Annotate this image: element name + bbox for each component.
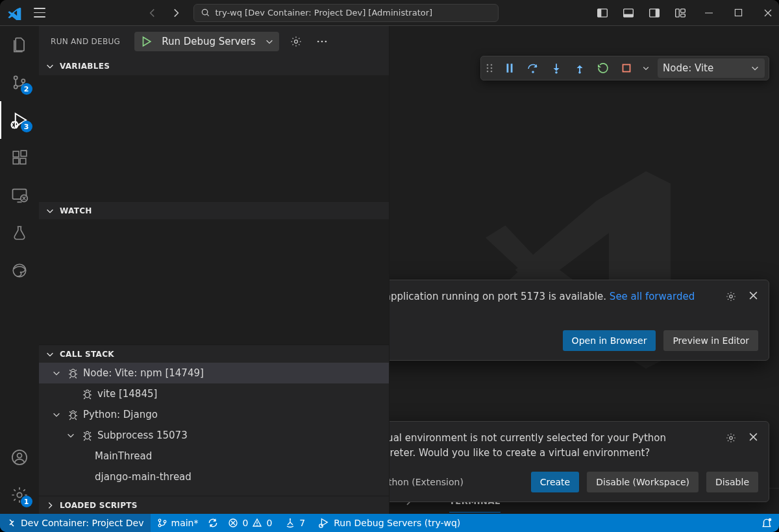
status-notifications-button[interactable] <box>754 514 779 532</box>
svg-point-53 <box>158 519 161 522</box>
status-ports[interactable]: 7 <box>278 514 312 532</box>
notification-close-button[interactable] <box>748 291 758 302</box>
open-launch-json-button[interactable] <box>287 32 305 51</box>
callstack-section-header[interactable]: CALL STACK <box>39 345 389 363</box>
activity-testing[interactable] <box>0 214 39 252</box>
status-debug-session[interactable]: Run Debug Servers (try-wq) <box>312 514 467 532</box>
debug-restart-button[interactable] <box>593 58 613 78</box>
run-and-debug-panel: RUN AND DEBUG Run Debug Servers <box>39 26 390 514</box>
activity-run-debug[interactable]: 3 <box>0 101 39 139</box>
command-center[interactable]: try-wq [Dev Container: Project Dev] [Adm… <box>193 4 499 22</box>
status-problems[interactable]: 0 0 <box>221 514 278 532</box>
svg-point-0 <box>202 9 207 14</box>
settings-badge: 1 <box>21 496 32 507</box>
svg-rect-17 <box>20 158 26 164</box>
activity-bar: 2 3 1 <box>0 26 39 514</box>
layout-secondary-sidebar-icon[interactable] <box>649 7 660 19</box>
svg-rect-4 <box>624 14 634 17</box>
drag-handle-icon[interactable] <box>485 63 494 73</box>
svg-rect-18 <box>21 151 27 156</box>
panel-more-button[interactable] <box>313 32 331 51</box>
svg-point-54 <box>158 524 161 527</box>
svg-point-31 <box>70 413 75 418</box>
debug-stop-dropdown[interactable] <box>639 58 652 78</box>
chevron-down-icon <box>51 369 62 378</box>
notification-port-forward: Your application running on port 5173 is… <box>390 280 769 361</box>
status-debug-label: Run Debug Servers (try-wq) <box>334 518 460 528</box>
start-debug-button[interactable] <box>136 32 156 51</box>
variables-section-header[interactable]: VARIABLES <box>39 57 389 75</box>
svg-point-58 <box>290 518 291 520</box>
chevron-down-icon <box>44 62 56 71</box>
status-remote[interactable]: Dev Container: Project Dev <box>0 514 151 532</box>
window-maximize-button[interactable] <box>734 8 743 17</box>
debug-badge: 3 <box>21 121 32 132</box>
app-menu-button[interactable] <box>34 5 48 20</box>
window-minimize-button[interactable] <box>704 8 713 18</box>
svg-point-32 <box>84 433 89 439</box>
svg-point-30 <box>84 392 89 398</box>
disable-workspace-button[interactable]: Disable (Workspace) <box>587 472 699 492</box>
variables-label: VARIABLES <box>60 62 110 71</box>
activity-source-control[interactable]: 2 <box>0 64 39 101</box>
activity-accounts[interactable] <box>0 439 39 476</box>
callstack-row[interactable]: Python: Django <box>39 404 389 425</box>
bug-icon <box>66 409 79 420</box>
disable-button[interactable]: Disable <box>706 472 758 492</box>
svg-point-38 <box>491 71 493 73</box>
loaded-scripts-section-header[interactable]: LOADED SCRIPTS <box>39 496 389 514</box>
debug-step-into-button[interactable] <box>546 58 567 78</box>
callstack-row[interactable]: django-main-thread <box>39 466 389 487</box>
chevron-down-icon[interactable] <box>261 37 278 46</box>
svg-point-33 <box>487 64 489 66</box>
window-close-button[interactable] <box>763 8 773 18</box>
watch-section-header[interactable]: WATCH <box>39 201 389 219</box>
callstack-row-label: Node: Vite: npm [14749] <box>83 367 204 379</box>
notification-settings-button[interactable] <box>725 432 737 444</box>
activity-explorer[interactable] <box>0 26 39 64</box>
callstack-row[interactable]: MainThread <box>39 446 389 466</box>
notification-source: Source: Python (Extension) <box>390 477 464 487</box>
activity-edge-tools[interactable] <box>0 252 39 289</box>
debug-session-selector[interactable]: Node: Vite <box>658 58 765 78</box>
notification-settings-button[interactable] <box>725 291 737 302</box>
customize-layout-icon[interactable] <box>674 7 686 19</box>
bug-icon <box>66 368 79 379</box>
callstack-row-label: Python: Django <box>83 409 158 420</box>
bug-icon <box>80 389 93 400</box>
callstack-row[interactable]: vite [14845] <box>39 383 389 404</box>
debug-step-out-button[interactable] <box>569 58 590 78</box>
activity-remote-explorer[interactable] <box>0 176 39 214</box>
debug-pause-button[interactable] <box>499 58 520 78</box>
preview-in-editor-button[interactable]: Preview in Editor <box>663 330 758 351</box>
status-branch-label: main* <box>171 518 199 528</box>
layout-panel-icon[interactable] <box>623 7 634 19</box>
status-branch[interactable]: main* <box>151 514 205 532</box>
svg-point-25 <box>294 40 297 43</box>
activity-manage[interactable]: 1 <box>0 476 39 514</box>
svg-rect-8 <box>681 8 686 12</box>
debug-config-selector[interactable]: Run Debug Servers <box>134 32 279 51</box>
create-venv-button[interactable]: Create <box>531 472 580 492</box>
nav-forward-button[interactable] <box>170 7 182 19</box>
callstack-body: Node: Vite: npm [14749]vite [14845]Pytho… <box>39 363 389 496</box>
callstack-row[interactable]: Subprocess 15073 <box>39 425 389 446</box>
debug-step-over-button[interactable] <box>523 58 543 78</box>
svg-point-11 <box>14 76 17 79</box>
chevron-down-icon <box>65 431 77 440</box>
debug-stop-button[interactable] <box>616 58 637 78</box>
layout-primary-sidebar-icon[interactable] <box>597 7 608 19</box>
nav-back-button[interactable] <box>147 7 158 19</box>
chevron-down-icon <box>51 410 62 419</box>
callstack-row[interactable]: Node: Vite: npm [14749] <box>39 363 389 383</box>
svg-rect-15 <box>13 151 19 157</box>
callstack-row-label: django-main-thread <box>95 471 192 483</box>
chevron-down-icon <box>750 64 760 73</box>
debug-toolbar: Node: Vite <box>480 56 769 80</box>
svg-point-55 <box>164 520 166 523</box>
status-sync[interactable] <box>204 514 221 532</box>
notification-close-button[interactable] <box>748 432 758 444</box>
activity-extensions[interactable] <box>0 139 39 176</box>
open-in-browser-button[interactable]: Open in Browser <box>563 330 656 351</box>
svg-rect-39 <box>507 64 509 73</box>
